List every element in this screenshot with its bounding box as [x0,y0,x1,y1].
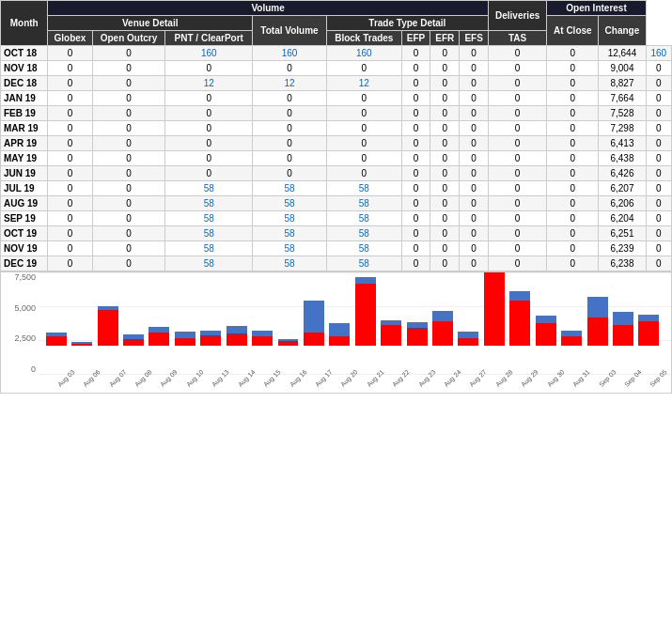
data-cell: 0 [92,76,165,91]
data-cell: 0 [401,136,430,151]
y-axis-label: 5,000 [14,303,36,313]
bar-label: Aug 30 [546,368,566,388]
blue-bar [509,291,530,301]
data-cell: 0 [253,151,327,166]
data-cell: 0 [646,166,671,181]
bar-label: Sep 05 [649,368,668,388]
table-row: OCT 1900585858000006,2510 [1,226,672,241]
red-bar [227,333,247,346]
data-cell: 0 [547,46,599,61]
data-cell: 0 [646,136,671,151]
data-cell: 0 [401,91,430,106]
data-cell: 0 [326,121,401,136]
data-cell: 0 [646,61,671,76]
data-cell: 0 [547,121,599,136]
data-cell: 0 [488,76,547,91]
data-cell: 0 [326,151,401,166]
data-cell: 0 [488,121,547,136]
data-cell: 6,413 [599,136,646,151]
data-cell: 0 [401,196,430,211]
red-bar [329,336,350,346]
data-cell: 0 [92,46,165,61]
data-cell: 0 [460,136,489,151]
bar-label: Aug 06 [82,368,102,388]
bar-group: Sep 03 [585,277,610,369]
bar-group: Aug 23 [404,277,430,369]
data-cell: 0 [92,151,165,166]
bar-label: Aug 10 [185,368,205,388]
red-bar [613,325,633,346]
data-cell: 6,438 [599,151,646,166]
data-cell: 0 [430,241,460,256]
table-row: NOV 1800000000009,0040 [1,61,672,76]
data-cell: 0 [326,91,401,106]
red-bar [252,336,273,346]
month-cell: OCT 18 [1,46,48,61]
data-cell: 7,298 [599,121,646,136]
data-cell: 0 [547,226,599,241]
trade-type-header: Trade Type Detail [326,16,488,31]
data-cell: 0 [253,106,327,121]
data-cell: 0 [253,121,327,136]
table-row: DEC 1900585858000006,2380 [1,256,672,271]
data-cell: 0 [401,256,430,271]
bar-label: Aug 03 [56,368,76,388]
data-cell: 0 [488,256,547,271]
red-bar [175,338,195,346]
data-cell: 58 [165,226,253,241]
data-cell: 0 [401,61,430,76]
data-cell: 0 [92,181,165,196]
table-row: FEB 1900000000007,5280 [1,106,672,121]
venue-detail-header: Venue Detail [48,16,253,31]
y-axis: 7,5005,0002,5000 [1,272,39,374]
month-cell: MAR 19 [1,121,48,136]
y-axis-label: 0 [31,364,36,374]
data-cell: 58 [326,196,401,211]
data-cell: 0 [326,106,401,121]
data-cell: 0 [547,196,599,211]
data-cell: 0 [253,91,327,106]
bar-label: Aug 23 [417,368,437,388]
bar-group: Aug 03 [43,277,69,369]
blue-bar [587,297,608,318]
bar-label: Aug 09 [159,368,179,388]
red-bar [407,328,428,346]
data-cell: 0 [488,136,547,151]
data-cell: 58 [253,256,327,271]
data-cell: 0 [401,226,430,241]
total-volume-header: Total Volume [253,16,327,46]
efs-header: EFS [460,31,489,46]
data-cell: 0 [488,106,547,121]
blue-bar [227,326,247,333]
data-cell: 0 [48,226,92,241]
month-cell: JUL 19 [1,181,48,196]
bar-group: Aug 21 [352,277,378,369]
data-cell: 0 [165,151,253,166]
data-cell: 6,206 [599,196,646,211]
data-cell: 0 [401,121,430,136]
data-cell: 0 [165,166,253,181]
bar-label: Aug 14 [237,368,257,388]
data-cell: 0 [488,196,547,211]
data-cell: 58 [165,241,253,256]
table-row: APR 1900000000006,4130 [1,136,672,151]
bar-group: Aug 13 [198,277,224,369]
data-cell: 6,204 [599,211,646,226]
y-axis-label: 7,500 [14,272,36,282]
data-cell: 0 [92,241,165,256]
data-cell: 0 [165,61,253,76]
data-cell: 0 [547,91,599,106]
data-cell: 58 [253,226,327,241]
data-cell: 0 [430,106,460,121]
data-cell: 0 [488,151,547,166]
table-row: AUG 1900585858000006,2060 [1,196,672,211]
data-cell: 0 [326,61,401,76]
bar-group: Sep 05 [636,277,662,369]
data-cell: 0 [48,106,92,121]
data-cell: 0 [430,136,460,151]
data-cell: 0 [48,241,92,256]
data-cell: 0 [430,91,460,106]
data-cell: 0 [488,61,547,76]
data-cell: 0 [547,166,599,181]
data-cell: 58 [165,181,253,196]
